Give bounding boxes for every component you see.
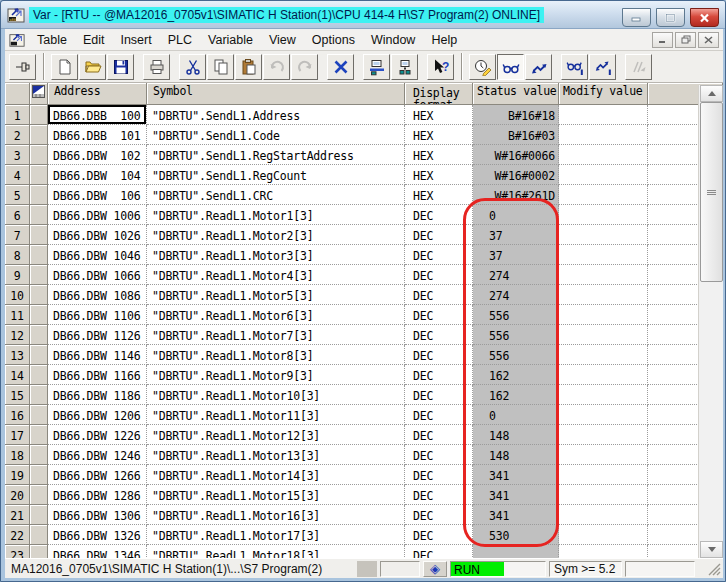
address-cell[interactable]: DB66.DBB 101 <box>48 125 147 145</box>
save-button[interactable] <box>107 54 134 80</box>
symbol-cell[interactable]: "DBRTU".ReadL1.Motor16[3] <box>147 505 405 525</box>
modify-value-cell[interactable] <box>559 385 648 405</box>
title-bar[interactable]: x80 Var - [RTU -- @MA12016_0705v1\SIMATI… <box>1 1 726 29</box>
modify-value-cell[interactable] <box>559 325 648 345</box>
modify-value-cell[interactable] <box>559 505 648 525</box>
address-cell[interactable]: DB66.DBW 1266 <box>48 465 147 485</box>
symbol-cell[interactable]: "DBRTU".SendL1.Address <box>147 105 405 125</box>
menu-item-window[interactable]: Window <box>363 31 423 49</box>
display-format-cell[interactable]: DEC <box>405 525 473 545</box>
scroll-up-button[interactable] <box>700 85 723 102</box>
display-format-cell[interactable]: DEC <box>405 405 473 425</box>
new-table-button[interactable] <box>51 54 78 80</box>
address-cell[interactable]: DB66.DBW 1046 <box>48 245 147 265</box>
menu-item-view[interactable]: View <box>261 31 304 49</box>
modify-variables-button[interactable] <box>525 54 552 80</box>
symbol-cell[interactable]: "DBRTU".SendL1.RegStartAddress <box>147 145 405 165</box>
display-format-cell[interactable]: DEC <box>405 305 473 325</box>
vertical-scrollbar[interactable] <box>698 85 723 558</box>
display-format-cell[interactable]: DEC <box>405 285 473 305</box>
modify-value-cell[interactable] <box>559 145 648 165</box>
cut-button[interactable] <box>179 54 206 80</box>
display-format-cell[interactable]: DEC <box>405 505 473 525</box>
address-cell[interactable]: DB66.DBW 1006 <box>48 205 147 225</box>
modify-value-cell[interactable] <box>559 445 648 465</box>
address-cell[interactable]: DB66.DBW 106 <box>48 185 147 205</box>
row-number[interactable]: 20 <box>5 485 30 505</box>
symbol-cell[interactable]: "DBRTU".ReadL1.Motor14[3] <box>147 465 405 485</box>
address-cell[interactable]: DB66.DBW 1226 <box>48 425 147 445</box>
modify-value-cell[interactable] <box>559 545 648 558</box>
modify-value-cell[interactable] <box>559 265 648 285</box>
symbol-cell[interactable]: "DBRTU".ReadL1.Motor1[3] <box>147 205 405 225</box>
pin-button[interactable] <box>9 54 36 80</box>
display-format-cell[interactable]: HEX <box>405 105 473 125</box>
mdi-minimize-button[interactable] <box>652 32 673 48</box>
address-cell[interactable]: DB66.DBW 1026 <box>48 225 147 245</box>
modify-value-cell[interactable] <box>559 425 648 445</box>
symbol-cell[interactable]: "DBRTU".ReadL1.Motor3[3] <box>147 245 405 265</box>
modify-value-cell[interactable] <box>559 285 648 305</box>
row-number[interactable]: 10 <box>5 285 30 305</box>
display-format-cell[interactable]: DEC <box>405 345 473 365</box>
column-header-display-format[interactable]: Display format <box>405 83 473 105</box>
monitor-once-button[interactable] <box>561 54 588 80</box>
display-format-cell[interactable]: DEC <box>405 245 473 265</box>
address-cell[interactable]: DB66.DBW 1306 <box>48 505 147 525</box>
symbol-cell[interactable]: "DBRTU".ReadL1.Motor5[3] <box>147 285 405 305</box>
symbol-cell[interactable]: "DBRTU".ReadL1.Motor10[3] <box>147 385 405 405</box>
redo-button[interactable] <box>291 54 318 80</box>
address-cell[interactable]: DB66.DBW 1126 <box>48 325 147 345</box>
row-number[interactable]: 3 <box>5 145 30 165</box>
row-number[interactable]: 5 <box>5 185 30 205</box>
display-format-cell[interactable]: DEC <box>405 365 473 385</box>
modify-value-cell[interactable] <box>559 465 648 485</box>
address-cell[interactable]: DB66.DBW 1286 <box>48 485 147 505</box>
symbol-cell[interactable]: "DBRTU".ReadL1.Motor6[3] <box>147 305 405 325</box>
menu-item-help[interactable]: Help <box>423 31 465 49</box>
display-format-cell[interactable]: HEX <box>405 125 473 145</box>
row-number[interactable]: 4 <box>5 165 30 185</box>
close-button[interactable] <box>690 8 719 27</box>
monitor-variables-button[interactable] <box>497 54 524 80</box>
display-format-cell[interactable]: HEX <box>405 185 473 205</box>
menu-item-table[interactable]: Table <box>29 31 75 49</box>
modify-value-cell[interactable] <box>559 205 648 225</box>
modify-value-cell[interactable] <box>559 105 648 125</box>
header-row-number[interactable] <box>5 83 30 105</box>
row-number[interactable]: 17 <box>5 425 30 445</box>
display-format-cell[interactable]: DEC <box>405 325 473 345</box>
row-number[interactable]: 7 <box>5 225 30 245</box>
menu-item-variable[interactable]: Variable <box>200 31 261 49</box>
maximize-button[interactable] <box>656 8 685 27</box>
column-header-status-value[interactable]: Status value <box>473 83 559 105</box>
symbol-cell[interactable]: "DBRTU".ReadL1.Motor8[3] <box>147 345 405 365</box>
symbol-cell[interactable]: "DBRTU".ReadL1.Motor11[3] <box>147 405 405 425</box>
address-cell[interactable]: DB66.DBW 1106 <box>48 305 147 325</box>
symbol-cell[interactable]: "DBRTU".ReadL1.Motor15[3] <box>147 485 405 505</box>
symbol-cell[interactable]: "DBRTU".ReadL1.Motor7[3] <box>147 325 405 345</box>
address-cell[interactable]: DB66.DBW 1246 <box>48 445 147 465</box>
address-cell[interactable]: DB66.DBW 1326 <box>48 525 147 545</box>
display-format-cell[interactable]: DEC <box>405 425 473 445</box>
header-marker[interactable] <box>30 83 48 105</box>
row-number[interactable]: 23 <box>5 545 30 558</box>
minimize-button[interactable] <box>622 8 651 27</box>
symbol-cell[interactable]: "DBRTU".ReadL1.Motor9[3] <box>147 365 405 385</box>
symbol-cell[interactable]: "DBRTU".ReadL1.Motor4[3] <box>147 265 405 285</box>
address-cell[interactable]: DB66.DBW 102 <box>48 145 147 165</box>
row-number[interactable]: 16 <box>5 405 30 425</box>
menu-item-edit[interactable]: Edit <box>75 31 113 49</box>
row-number[interactable]: 6 <box>5 205 30 225</box>
status-off-button[interactable] <box>625 54 652 80</box>
row-number[interactable]: 11 <box>5 305 30 325</box>
column-header-modify-value[interactable]: Modify value <box>559 83 648 105</box>
paste-button[interactable] <box>235 54 262 80</box>
display-format-cell[interactable]: DEC <box>405 385 473 405</box>
row-number[interactable]: 2 <box>5 125 30 145</box>
print-button[interactable] <box>143 54 170 80</box>
modify-value-cell[interactable] <box>559 345 648 365</box>
address-cell[interactable]: DB66.DBW 104 <box>48 165 147 185</box>
symbol-cell[interactable]: "DBRTU".ReadL1.Motor18[3] <box>147 545 405 558</box>
modify-value-cell[interactable] <box>559 485 648 505</box>
